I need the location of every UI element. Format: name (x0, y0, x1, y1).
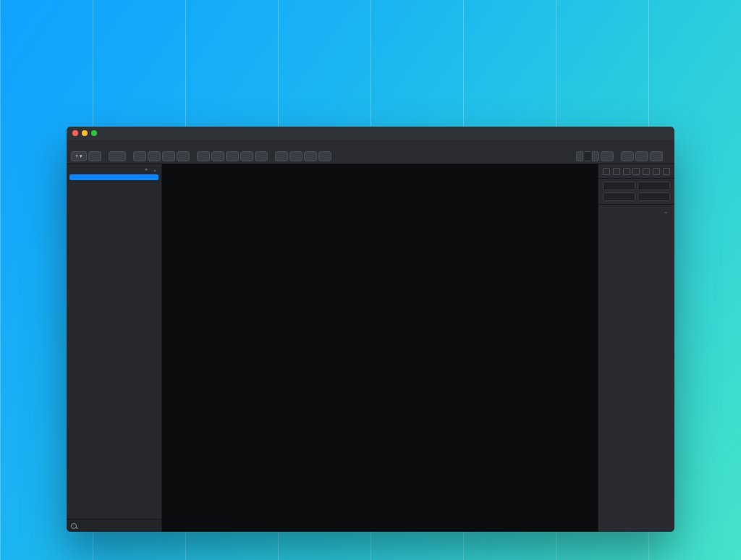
mask-button[interactable] (226, 151, 239, 162)
data-button[interactable] (88, 151, 101, 162)
cloud-button[interactable] (635, 151, 648, 162)
x-field[interactable] (603, 182, 635, 190)
minimize-icon[interactable] (82, 130, 88, 136)
search-icon (71, 523, 77, 529)
style-section-header[interactable]: ⌄ (598, 204, 674, 219)
chevron-down-icon: ⌄ (664, 208, 669, 215)
zoom-in-icon[interactable] (592, 151, 599, 161)
y-field[interactable] (638, 182, 670, 190)
align-top-icon[interactable] (632, 168, 640, 175)
traffic-lights (72, 130, 97, 136)
forward-button[interactable] (133, 151, 146, 162)
view-button[interactable] (601, 151, 614, 162)
layer-list (67, 198, 161, 519)
union-button[interactable] (275, 151, 288, 162)
ungroup-button[interactable] (177, 151, 190, 162)
align-bottom-icon[interactable] (653, 168, 660, 175)
page-item[interactable] (67, 180, 161, 186)
position-size-fields (598, 179, 674, 204)
subtract-button[interactable] (289, 151, 302, 162)
promo-background: + ⌄ (0, 0, 741, 560)
align-left-icon[interactable] (603, 168, 610, 175)
pages-list (67, 174, 161, 192)
zoom-control[interactable] (576, 151, 599, 162)
scale-button[interactable] (240, 151, 253, 162)
filter-bar (67, 519, 161, 532)
inspector-panel: ⌄ (598, 164, 674, 532)
add-page-icon[interactable]: + (145, 167, 148, 173)
h-field[interactable] (638, 192, 670, 201)
toolbar (67, 140, 674, 164)
sketch-window: + ⌄ (67, 127, 674, 532)
artboard-grid (169, 208, 590, 510)
canvas[interactable] (162, 164, 598, 532)
pages-header: + ⌄ (67, 164, 161, 174)
align-controls (598, 164, 674, 179)
w-field[interactable] (603, 192, 635, 201)
flatten-button[interactable] (255, 151, 268, 162)
align-right-icon[interactable] (623, 168, 630, 175)
close-icon[interactable] (72, 130, 78, 136)
create-symbol-button[interactable] (109, 151, 126, 162)
page-item[interactable] (69, 174, 158, 180)
distribute-icon[interactable] (663, 168, 670, 175)
intersect-button[interactable] (304, 151, 317, 162)
page-item[interactable] (67, 186, 161, 192)
align-center-icon[interactable] (613, 168, 620, 175)
insert-button[interactable] (71, 151, 87, 162)
difference-button[interactable] (318, 151, 331, 162)
zoom-window-icon[interactable] (91, 130, 97, 136)
export-button[interactable] (650, 151, 663, 162)
collapse-pages-icon[interactable]: ⌄ (153, 167, 158, 173)
layers-sidebar: + ⌄ (67, 164, 162, 532)
window-titlebar (67, 127, 674, 140)
zoom-out-icon[interactable] (576, 151, 583, 161)
group-button[interactable] (162, 151, 175, 162)
zoom-value[interactable] (585, 151, 590, 161)
edit-button[interactable] (197, 151, 210, 162)
align-middle-icon[interactable] (643, 168, 650, 175)
backward-button[interactable] (148, 151, 161, 162)
rotate-button[interactable] (211, 151, 224, 162)
main-area: + ⌄ (67, 164, 674, 532)
preview-button[interactable] (621, 151, 634, 162)
